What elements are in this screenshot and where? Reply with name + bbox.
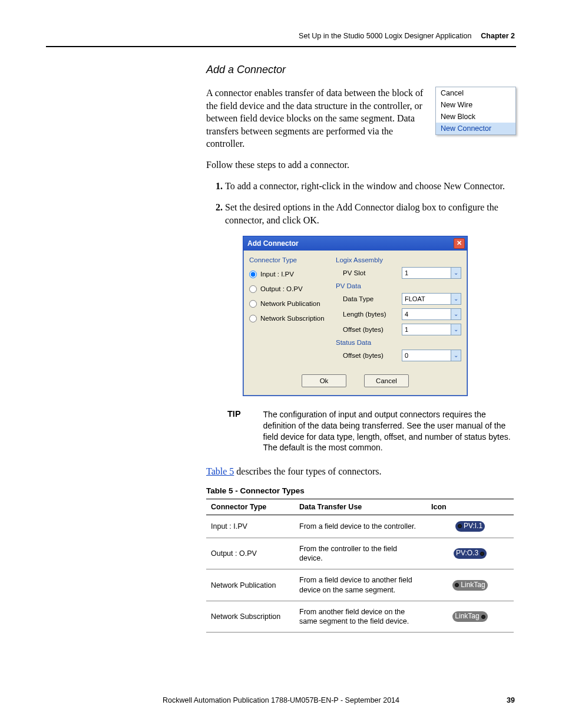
connector-type-cell: Output : O.PV bbox=[206, 538, 295, 569]
add-connector-dialog: Add Connector ✕ Connector Type Input : I… bbox=[243, 236, 468, 396]
data-transfer-use-cell: From the controller to the field device. bbox=[295, 538, 427, 569]
connector-type-label: Connector Type bbox=[249, 256, 329, 263]
radio-label: Output : O.PV bbox=[260, 285, 303, 292]
header-chapter: Chapter 2 bbox=[481, 32, 515, 40]
data-type-value: FLOAT bbox=[405, 295, 425, 302]
content-area: Add a Connector A connector enables tran… bbox=[206, 64, 516, 633]
radio-network-publication[interactable]: Network Publication bbox=[249, 300, 329, 308]
chevron-down-icon[interactable]: ⌄ bbox=[451, 294, 461, 304]
radio-output-opv[interactable]: Output : O.PV bbox=[249, 285, 329, 293]
table-row: Network SubscriptionFrom another field d… bbox=[206, 601, 514, 633]
radio-dot[interactable] bbox=[249, 271, 257, 278]
connector-type-cell: Network Subscription bbox=[206, 601, 295, 633]
table-row: Input : I.PVFrom a field device to the c… bbox=[206, 515, 514, 538]
tip-block: TIP The configuration of input and outpu… bbox=[227, 409, 516, 454]
icon-cell: LinkTag bbox=[427, 601, 514, 633]
dot-icon bbox=[480, 552, 484, 556]
tip-label: TIP bbox=[227, 409, 241, 454]
step-item: Set the desired options in the Add Conne… bbox=[225, 201, 516, 228]
header-section: Set Up in the Studio 5000 Logix Designer… bbox=[299, 32, 471, 40]
table-reference-rest: describes the four types of connectors. bbox=[234, 466, 381, 476]
chevron-down-icon[interactable]: ⌄ bbox=[451, 350, 461, 361]
offset-value: 1 bbox=[405, 326, 408, 333]
intro-paragraph: A connector enables transfer of data bet… bbox=[206, 87, 424, 150]
table-title: Table 5 - Connector Types bbox=[206, 486, 516, 495]
section-title: Add a Connector bbox=[206, 64, 516, 76]
publication-line: Rockwell Automation Publication 1788-UM0… bbox=[47, 696, 515, 704]
connector-type-cell: Network Publication bbox=[206, 569, 295, 601]
context-menu-item[interactable]: Cancel bbox=[436, 87, 515, 99]
radio-dot[interactable] bbox=[249, 315, 257, 322]
length-value: 4 bbox=[405, 311, 408, 318]
status-offset-value: 0 bbox=[405, 352, 408, 359]
chevron-down-icon[interactable]: ⌄ bbox=[451, 309, 461, 319]
close-icon[interactable]: ✕ bbox=[454, 238, 465, 249]
icon-cell: PV:O.3 bbox=[427, 538, 514, 569]
dot-icon bbox=[455, 583, 459, 587]
pv-slot-value: 1 bbox=[405, 269, 408, 276]
icon-cell: PV:I.1 bbox=[427, 515, 514, 538]
status-data-label: Status Data bbox=[336, 339, 461, 346]
offset-combo[interactable]: 1⌄ bbox=[402, 324, 461, 335]
table-row: Output : O.PVFrom the controller to the … bbox=[206, 538, 514, 569]
logix-assembly-label: Logix Assembly bbox=[336, 256, 461, 263]
status-offset-label: Offset (bytes) bbox=[336, 352, 402, 359]
steps-list: To add a connector, right-click in the w… bbox=[206, 180, 516, 228]
dialog-titlebar: Add Connector ✕ bbox=[243, 236, 467, 251]
connector-types-table: Connector Type Data Transfer Use Icon In… bbox=[206, 499, 514, 633]
pv-data-label: PV Data bbox=[336, 282, 461, 289]
status-offset-combo[interactable]: 0⌄ bbox=[402, 350, 461, 361]
ok-button[interactable]: Ok bbox=[302, 374, 346, 387]
data-transfer-use-cell: From another field device on the same se… bbox=[295, 601, 427, 633]
length-label: Length (bytes) bbox=[336, 311, 402, 318]
table-header: Connector Type bbox=[206, 499, 295, 515]
radio-input-ipv[interactable]: Input : I.PV bbox=[249, 271, 329, 278]
connector-pill-text: LinkTag bbox=[461, 581, 485, 590]
tip-body: The configuration of input and output co… bbox=[263, 409, 516, 454]
context-menu-item[interactable]: New Wire bbox=[436, 99, 515, 111]
connector-pill-icon: PV:O.3 bbox=[454, 548, 487, 559]
table-row: Network PublicationFrom a field device t… bbox=[206, 569, 514, 601]
dialog-title: Add Connector bbox=[247, 239, 299, 248]
radio-label: Input : I.PV bbox=[260, 271, 294, 278]
dot-icon bbox=[481, 615, 485, 619]
table-link[interactable]: Table 5 bbox=[206, 466, 234, 476]
connector-type-cell: Input : I.PV bbox=[206, 515, 295, 538]
offset-label: Offset (bytes) bbox=[336, 326, 402, 333]
table-header: Data Transfer Use bbox=[295, 499, 427, 515]
context-menu-item[interactable]: New Block bbox=[436, 111, 515, 123]
connector-pill-text: PV:I.1 bbox=[464, 522, 482, 531]
data-transfer-use-cell: From a field device to another field dev… bbox=[295, 569, 427, 601]
pv-slot-combo[interactable]: 1⌄ bbox=[402, 267, 461, 279]
icon-cell: LinkTag bbox=[427, 569, 514, 601]
page-footer: Rockwell Automation Publication 1788-UM0… bbox=[47, 696, 515, 704]
radio-dot[interactable] bbox=[249, 285, 257, 293]
radio-network-subscription[interactable]: Network Subscription bbox=[249, 315, 329, 322]
length-combo[interactable]: 4⌄ bbox=[402, 308, 461, 320]
cancel-button[interactable]: Cancel bbox=[364, 374, 409, 387]
connector-pill-icon: PV:I.1 bbox=[455, 521, 485, 532]
data-type-label: Data Type bbox=[336, 295, 402, 302]
connector-pill-text: LinkTag bbox=[455, 612, 479, 621]
connector-pill-text: PV:O.3 bbox=[456, 549, 478, 558]
radio-label: Network Subscription bbox=[260, 315, 325, 322]
step-item: To add a connector, right-click in the w… bbox=[225, 180, 516, 193]
connector-pill-icon: LinkTag bbox=[452, 580, 487, 591]
radio-dot[interactable] bbox=[249, 300, 257, 308]
header-rule bbox=[46, 46, 516, 47]
connector-pill-icon: LinkTag bbox=[452, 611, 487, 622]
dot-icon bbox=[458, 524, 462, 528]
data-type-combo[interactable]: FLOAT⌄ bbox=[402, 293, 461, 305]
pv-slot-label: PV Slot bbox=[336, 269, 402, 276]
data-transfer-use-cell: From a field device to the controller. bbox=[295, 515, 427, 538]
page-header: Set Up in the Studio 5000 Logix Designer… bbox=[47, 32, 515, 40]
chevron-down-icon[interactable]: ⌄ bbox=[451, 268, 461, 278]
follow-paragraph: Follow these steps to add a connector. bbox=[206, 159, 516, 172]
context-menu-item-selected[interactable]: New Connector bbox=[436, 123, 515, 134]
table-reference: Table 5 describes the four types of conn… bbox=[206, 465, 516, 478]
context-menu: Cancel New Wire New Block New Connector bbox=[435, 87, 516, 135]
table-header: Icon bbox=[427, 499, 514, 515]
radio-label: Network Publication bbox=[260, 300, 320, 307]
chevron-down-icon[interactable]: ⌄ bbox=[451, 324, 461, 335]
